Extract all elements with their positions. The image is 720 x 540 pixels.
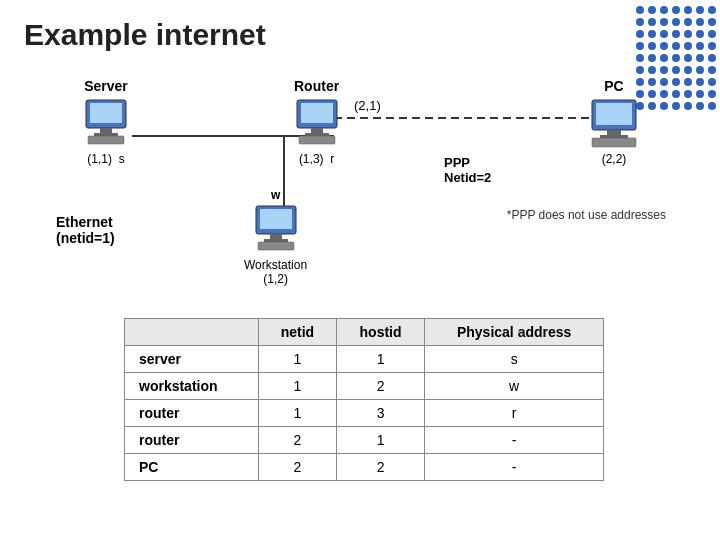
table-cell-4-2: 2 (336, 454, 424, 481)
svg-point-14 (636, 30, 644, 38)
svg-point-0 (636, 6, 644, 14)
table-cell-3-1: 2 (259, 427, 337, 454)
svg-point-29 (648, 54, 656, 62)
router-label: Router (294, 78, 339, 94)
svg-point-27 (708, 42, 716, 50)
router-eth-addr: (1,3) r (299, 152, 334, 166)
svg-point-26 (696, 42, 704, 50)
table-cell-0-2: 1 (336, 346, 424, 373)
svg-rect-74 (305, 133, 329, 136)
svg-point-25 (684, 42, 692, 50)
server-label: Server (84, 78, 128, 94)
table-cell-0-0: server (125, 346, 259, 373)
pc-block: PC (2,2) (587, 78, 641, 166)
svg-point-3 (672, 6, 680, 14)
table-cell-2-0: router (125, 400, 259, 427)
col-header-name (125, 319, 259, 346)
table-cell-1-0: workstation (125, 373, 259, 400)
server-addr: (1,1) s (87, 152, 124, 166)
table-row: router21- (125, 427, 604, 454)
svg-rect-69 (94, 133, 118, 136)
table-cell-4-3: - (425, 454, 604, 481)
svg-rect-80 (592, 138, 636, 147)
svg-point-4 (684, 6, 692, 14)
svg-point-24 (672, 42, 680, 50)
col-header-netid: netid (259, 319, 337, 346)
table-row: workstation12w (125, 373, 604, 400)
col-header-hostid: hostid (336, 319, 424, 346)
ppp-label: PPP Netid=2 (444, 140, 491, 185)
svg-point-11 (684, 18, 692, 26)
svg-rect-85 (258, 242, 294, 250)
server-block: Server (1,1) s (84, 78, 128, 166)
svg-point-10 (672, 18, 680, 26)
svg-point-32 (684, 54, 692, 62)
table-cell-0-3: s (425, 346, 604, 373)
svg-point-23 (660, 42, 668, 50)
svg-point-61 (696, 102, 704, 110)
svg-rect-73 (311, 128, 323, 133)
table-cell-4-0: PC (125, 454, 259, 481)
svg-point-62 (708, 102, 716, 110)
svg-rect-68 (100, 128, 112, 133)
svg-point-5 (696, 6, 704, 14)
svg-point-12 (696, 18, 704, 26)
workstation-block: w Workstation (1,2) (244, 188, 307, 286)
svg-rect-79 (600, 135, 628, 138)
table-section: netid hostid Physical address server11sw… (124, 318, 696, 481)
svg-point-47 (696, 78, 704, 86)
svg-point-34 (708, 54, 716, 62)
svg-point-28 (636, 54, 644, 62)
svg-rect-78 (607, 130, 621, 135)
svg-point-18 (684, 30, 692, 38)
table-cell-0-1: 1 (259, 346, 337, 373)
svg-point-13 (708, 18, 716, 26)
table-cell-1-2: 2 (336, 373, 424, 400)
router-block: Router (1,3) r (294, 78, 339, 166)
col-header-physical: Physical address (425, 319, 604, 346)
table-cell-4-1: 2 (259, 454, 337, 481)
svg-point-8 (648, 18, 656, 26)
svg-point-41 (708, 66, 716, 74)
svg-rect-75 (299, 136, 335, 144)
svg-point-7 (636, 18, 644, 26)
svg-point-31 (672, 54, 680, 62)
table-cell-1-3: w (425, 373, 604, 400)
table-cell-2-3: r (425, 400, 604, 427)
router-icon (295, 98, 339, 150)
svg-point-19 (696, 30, 704, 38)
router-ppp-addr: (2,1) (354, 98, 381, 113)
address-table: netid hostid Physical address server11sw… (124, 318, 604, 481)
workstation-w-label: w (271, 188, 280, 202)
svg-rect-70 (88, 136, 124, 144)
svg-point-22 (648, 42, 656, 50)
svg-point-20 (708, 30, 716, 38)
svg-point-40 (696, 66, 704, 74)
svg-point-16 (660, 30, 668, 38)
server-icon (84, 98, 128, 150)
svg-point-6 (708, 6, 716, 14)
ppp-note: *PPP does not use addresses (507, 208, 666, 222)
svg-point-30 (660, 54, 668, 62)
pc-addr: (2,2) (602, 152, 627, 166)
table-cell-3-3: - (425, 427, 604, 454)
svg-rect-84 (264, 239, 288, 242)
svg-rect-77 (596, 103, 632, 125)
svg-rect-82 (260, 209, 292, 229)
diagram-area: Server (1,1) s Router (24, 68, 696, 308)
svg-rect-83 (270, 234, 282, 239)
svg-point-55 (708, 90, 716, 98)
svg-point-2 (660, 6, 668, 14)
svg-point-15 (648, 30, 656, 38)
table-row: server11s (125, 346, 604, 373)
svg-point-1 (648, 6, 656, 14)
workstation-icon (254, 204, 298, 256)
svg-point-54 (696, 90, 704, 98)
svg-rect-72 (301, 103, 333, 123)
svg-point-33 (696, 54, 704, 62)
ethernet-label: Ethernet (netid=1) (56, 198, 115, 246)
svg-point-48 (708, 78, 716, 86)
svg-point-9 (660, 18, 668, 26)
workstation-label: Workstation (244, 258, 307, 272)
workstation-addr: (1,2) (263, 272, 288, 286)
